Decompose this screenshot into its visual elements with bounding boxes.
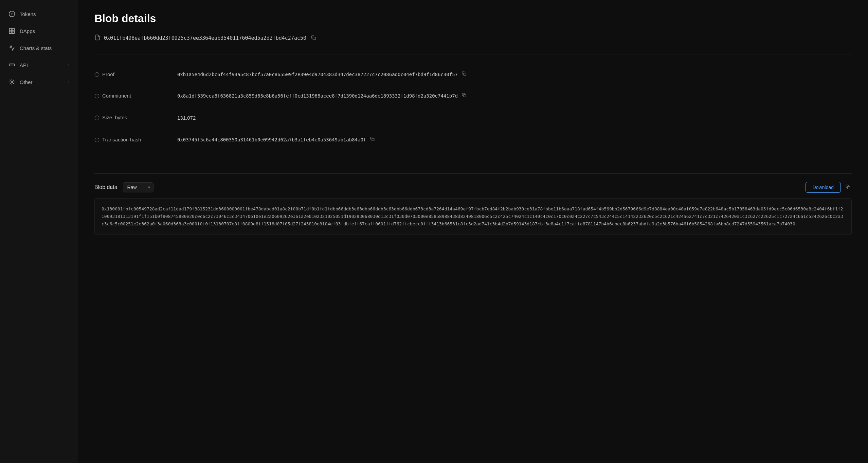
sidebar: Tokens DApps Charts & stats API: [0, 0, 78, 463]
format-select[interactable]: Raw UTF-8 Base64: [123, 182, 153, 192]
proof-row: Proof 0xb1a5e4d6d2bc6f44f93a5c87bcf57a0c…: [94, 64, 852, 85]
blob-hex-content: 0x130001fbfc00549728ad2caf11dad179f38152…: [94, 198, 852, 235]
svg-rect-11: [464, 73, 466, 75]
blob-data-copy-button[interactable]: [844, 184, 852, 191]
sidebar-item-charts[interactable]: Charts & stats: [0, 39, 78, 56]
sidebar-item-api[interactable]: API ›: [0, 56, 78, 73]
api-icon: [8, 61, 16, 69]
blob-data-left: Blob data Raw UTF-8 Base64: [94, 182, 153, 192]
sidebar-item-tokens-label: Tokens: [20, 11, 36, 17]
tx-hash-link[interactable]: 0x03745f5c6a44c800350a31461b0e09942d62a7…: [177, 136, 366, 143]
svg-rect-22: [372, 138, 374, 141]
sidebar-item-tokens[interactable]: Tokens: [0, 5, 78, 22]
blob-hash-value: 0x011fb498eafb660dd23f0925c37ee3364eab35…: [104, 35, 306, 41]
proof-value: 0xb1a5e4d6d2bc6f44f93a5c87bcf57a0c865509…: [177, 71, 852, 78]
blob-data-right: Download: [806, 182, 852, 193]
svg-rect-2: [12, 29, 15, 31]
format-select-wrapper: Raw UTF-8 Base64: [123, 182, 153, 192]
sidebar-item-dapps[interactable]: DApps: [0, 22, 78, 39]
commitment-row: Commitment 0x8a1df539cea8f636821a3c859d6…: [94, 85, 852, 107]
blob-hash-row: 0x011fb498eafb660dd23f0925c37ee3364eab35…: [94, 34, 852, 42]
sidebar-item-api-label: API: [20, 62, 28, 68]
size-label: Size, bytes: [94, 114, 169, 121]
size-info-icon: [94, 115, 100, 121]
tx-hash-copy-button[interactable]: [369, 136, 376, 143]
commitment-info-icon: [94, 93, 100, 100]
page-title: Blob details: [94, 12, 852, 25]
blob-hash-icon: [94, 34, 101, 42]
tx-hash-label: Transaction hash: [94, 136, 169, 143]
charts-icon: [8, 44, 16, 52]
other-chevron-icon: ›: [68, 80, 70, 84]
tx-hash-row: Transaction hash 0x03745f5c6a44c800350a3…: [94, 129, 852, 150]
blob-data-label: Blob data: [94, 184, 117, 190]
api-chevron-icon: ›: [68, 63, 70, 67]
proof-label: Proof: [94, 71, 169, 78]
sidebar-item-charts-label: Charts & stats: [20, 45, 52, 51]
svg-rect-7: [313, 37, 315, 40]
detail-section: Proof 0xb1a5e4d6d2bc6f44f93a5c87bcf57a0c…: [94, 54, 852, 160]
other-icon: [8, 78, 16, 86]
proof-copy-button[interactable]: [460, 71, 468, 78]
sidebar-item-other[interactable]: Other ›: [0, 73, 78, 90]
size-value: 131,072: [177, 114, 852, 122]
download-button[interactable]: Download: [806, 182, 841, 193]
tx-hash-value: 0x03745f5c6a44c800350a31461b0e09942d62a7…: [177, 136, 852, 143]
commitment-value: 0x8a1df539cea8f636821a3c859d65e8b6a56fef…: [177, 92, 852, 100]
svg-rect-4: [12, 31, 15, 34]
svg-rect-15: [464, 95, 466, 97]
svg-rect-1: [10, 29, 12, 31]
size-row: Size, bytes 131,072: [94, 107, 852, 129]
blob-hash-copy-button[interactable]: [310, 35, 317, 42]
commitment-copy-button[interactable]: [460, 92, 468, 99]
svg-rect-3: [10, 31, 12, 34]
sidebar-item-other-label: Other: [20, 79, 33, 85]
proof-info-icon: [94, 72, 100, 78]
svg-rect-23: [847, 186, 850, 189]
svg-point-6: [11, 81, 13, 83]
commitment-label: Commitment: [94, 92, 169, 100]
tokens-icon: [8, 10, 16, 18]
blob-data-section: Blob data Raw UTF-8 Base64 Download: [94, 173, 852, 235]
dapps-icon: [8, 27, 16, 35]
tx-hash-info-icon: [94, 137, 100, 143]
main-content: Blob details 0x011fb498eafb660dd23f0925c…: [78, 0, 868, 463]
sidebar-item-dapps-label: DApps: [20, 28, 35, 34]
blob-data-header: Blob data Raw UTF-8 Base64 Download: [94, 182, 852, 193]
